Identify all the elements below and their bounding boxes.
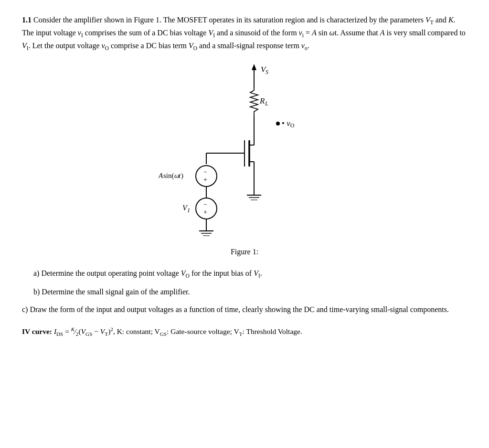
question-c: c) Draw the form of the input and output… xyxy=(22,304,467,316)
svg-text:A: A xyxy=(158,172,163,179)
svg-text:S: S xyxy=(266,69,268,75)
svg-text:sin(: sin( xyxy=(163,172,174,180)
qb-label: b) xyxy=(33,288,40,296)
question-a: a) Determine the output operating point … xyxy=(33,268,467,281)
svg-text:L: L xyxy=(265,100,268,107)
svg-text:−: − xyxy=(203,201,207,208)
svg-text:+: + xyxy=(203,208,207,216)
svg-text:I: I xyxy=(187,207,190,214)
questions: a) Determine the output operating point … xyxy=(22,268,467,316)
svg-text:• vO: • vO xyxy=(282,119,295,129)
problem-number: 1.1 xyxy=(22,16,32,24)
figure-caption: Figure 1: xyxy=(231,248,258,256)
svg-text:−: − xyxy=(203,168,207,176)
problem-container: 1.1 Consider the amplifier shown in Figu… xyxy=(22,14,467,338)
figure-container: V S R L • vO xyxy=(22,62,467,256)
qb-text: Determine the small signal gain of the a… xyxy=(42,288,190,296)
qc-label: c) xyxy=(22,305,28,313)
problem-text: 1.1 Consider the amplifier shown in Figu… xyxy=(22,14,467,53)
iv-equation: IDS = K⁄2(VGS − VT)2, K: constant; VGS: … xyxy=(54,327,302,335)
svg-text:): ) xyxy=(181,172,183,180)
iv-label: IV curve: xyxy=(22,327,52,335)
qa-text: Determine the output operating point vol… xyxy=(41,269,262,277)
intro-text: Consider the amplifier shown in Figure 1… xyxy=(22,16,466,50)
vo-node xyxy=(276,122,280,125)
svg-marker-1 xyxy=(252,64,256,70)
iv-curve: IV curve: IDS = K⁄2(VGS − VT)2, K: const… xyxy=(22,325,467,339)
qa-label: a) xyxy=(33,269,39,277)
question-b: b) Determine the small signal gain of th… xyxy=(33,286,467,298)
qc-text: Draw the form of the input and output vo… xyxy=(30,305,449,313)
svg-text:+: + xyxy=(203,176,207,183)
svg-text:R: R xyxy=(259,96,265,105)
circuit-diagram: V S R L • vO xyxy=(144,62,345,243)
